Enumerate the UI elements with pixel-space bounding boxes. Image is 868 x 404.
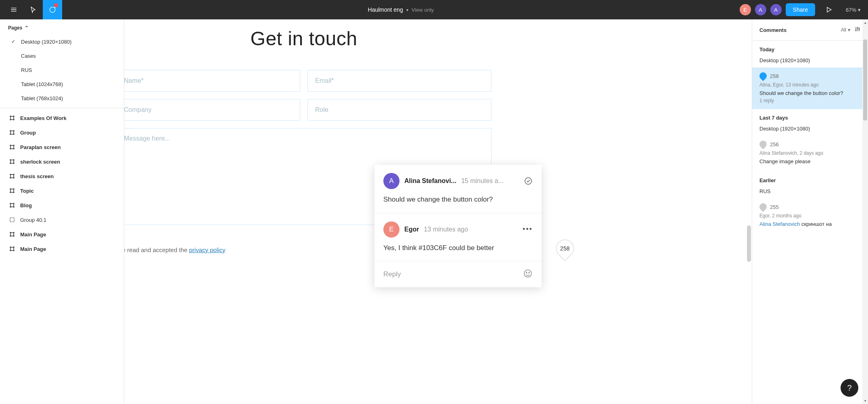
comment-text: Change image please — [759, 158, 861, 164]
share-button[interactable]: Share — [786, 3, 815, 16]
canvas-scrollbar-thumb[interactable] — [747, 225, 751, 262]
comment-body: Should we change the button color? — [383, 195, 533, 205]
section-last7: Last 7 days — [752, 109, 868, 124]
page-item[interactable]: Tablet (1024x768) — [0, 77, 124, 91]
zoom-control[interactable]: 67% ▾ — [843, 7, 864, 13]
svg-point-1 — [525, 178, 532, 185]
name-field[interactable] — [124, 70, 300, 92]
comment-meta: Alina Stefanovich, 2 days ago — [759, 150, 861, 156]
comment-summary[interactable]: 256 Alina Stefanovich, 2 days ago Change… — [752, 136, 868, 172]
scroll-down-icon[interactable]: ▾ — [863, 398, 867, 403]
layer-item[interactable]: Group 40.1 — [0, 213, 124, 227]
form-row — [124, 99, 492, 121]
toolbar-right: E A A Share 67% ▾ — [740, 0, 864, 19]
layer-name: Topic — [20, 188, 34, 194]
resolve-icon[interactable] — [524, 177, 533, 185]
role-field[interactable] — [307, 99, 492, 121]
frame-icon — [9, 158, 15, 165]
email-field[interactable] — [307, 70, 492, 92]
svg-rect-0 — [10, 218, 14, 222]
filter-dropdown[interactable]: All▾ — [841, 27, 850, 33]
chevron-down-icon: ▾ — [858, 7, 861, 13]
help-button[interactable]: ? — [841, 379, 858, 397]
layer-name: thesis screen — [20, 173, 54, 179]
frame-icon — [9, 115, 15, 121]
move-tool-icon[interactable] — [23, 0, 43, 19]
reply-input[interactable] — [383, 270, 523, 278]
comments-tool-icon[interactable] — [43, 0, 62, 19]
comments-header: Comments All▾ — [752, 19, 868, 41]
form-row — [124, 70, 492, 92]
frame-icon — [9, 173, 15, 179]
page-item[interactable]: RUS — [0, 63, 124, 77]
toolbar-center: Haulmont eng ▾ View only — [62, 6, 740, 13]
scroll-up-icon[interactable]: ▴ — [863, 20, 867, 25]
layer-item[interactable]: Blog — [0, 198, 124, 213]
pages-label: Pages — [8, 25, 22, 31]
pages-header[interactable]: Pages ⌃ — [0, 19, 124, 35]
top-toolbar: Haulmont eng ▾ View only E A A Share 67%… — [0, 0, 868, 19]
layer-item[interactable]: sherlock screen — [0, 154, 124, 169]
group-icon — [9, 217, 15, 223]
frame-icon — [9, 231, 15, 238]
layer-item[interactable]: Topic — [0, 183, 124, 198]
page-item[interactable]: Cases — [0, 49, 124, 63]
svg-point-7 — [859, 29, 860, 30]
layer-item[interactable]: Main Page — [0, 227, 124, 242]
layer-name: Main Page — [20, 246, 46, 252]
layer-name: sherlock screen — [20, 159, 60, 165]
layer-name: Group 40.1 — [20, 217, 46, 223]
notification-dot — [54, 3, 58, 7]
comment-summary[interactable]: 258 Alina, Egor, 13 minutes ago Should w… — [752, 67, 868, 109]
comment-thread-popover: A Alina Stefanovi... 15 minutes a... Sho… — [374, 165, 542, 287]
pin-icon — [758, 71, 768, 81]
page-item[interactable]: Tablet (768x1024) — [0, 91, 124, 105]
file-name[interactable]: Haulmont eng — [368, 6, 403, 13]
layer-item[interactable]: Main Page — [0, 242, 124, 256]
pin-number: 258 — [560, 245, 569, 252]
emoji-icon[interactable] — [523, 269, 533, 280]
comment-pin[interactable]: 258 — [552, 236, 577, 261]
frame-icon — [9, 187, 15, 194]
chevron-down-icon: ▾ — [848, 27, 850, 33]
svg-point-4 — [529, 272, 529, 273]
scrollbar-track[interactable]: ▴ ▾ — [862, 19, 868, 404]
reply-row — [374, 261, 542, 287]
hamburger-menu-icon[interactable] — [4, 0, 23, 19]
avatar[interactable]: E — [740, 4, 751, 15]
comment-pin-row: 256 — [759, 141, 861, 148]
settings-icon[interactable] — [854, 26, 861, 34]
page-title: Get in touch — [124, 27, 516, 50]
main-area: Pages ⌃ Desktop (1920×1080) Cases RUS Ta… — [0, 19, 868, 404]
view-only-label: View only — [412, 7, 434, 13]
scrollbar-thumb[interactable] — [863, 40, 867, 120]
right-panel: Comments All▾ Today Desktop (1920×1080) … — [752, 19, 868, 404]
reply-count: 1 reply — [759, 98, 861, 103]
privacy-link[interactable]: privacy policy — [189, 246, 226, 253]
comment-header: E Egor 13 minutes ago ••• — [383, 221, 533, 238]
pages-list: Desktop (1920×1080) Cases RUS Tablet (10… — [0, 35, 124, 105]
frame-icon — [9, 129, 15, 136]
more-options-icon[interactable]: ••• — [523, 225, 533, 234]
company-field[interactable] — [124, 99, 300, 121]
comment-meta: Egor, 2 months ago — [759, 213, 861, 219]
avatar[interactable]: A — [755, 4, 766, 15]
layer-item[interactable]: Paraplan screen — [0, 140, 124, 154]
comment-pin-row: 255 — [759, 203, 861, 210]
mention-link[interactable]: Alina Stefanovich — [759, 221, 800, 227]
pin-number: 255 — [770, 204, 779, 210]
avatar[interactable]: A — [770, 4, 782, 15]
frame-icon — [9, 202, 15, 208]
layer-item[interactable]: Examples Of Work — [0, 111, 124, 125]
canvas[interactable]: Get in touch I've read and accepted the … — [124, 19, 752, 404]
layer-item[interactable]: Group — [0, 125, 124, 140]
present-icon[interactable] — [819, 0, 839, 19]
chevron-down-icon[interactable]: ▾ — [406, 8, 408, 12]
avatar: E — [383, 221, 399, 238]
layer-item[interactable]: thesis screen — [0, 169, 124, 183]
layers-list: Examples Of Work Group Paraplan screen s… — [0, 111, 124, 256]
comment-pin-row: 258 — [759, 72, 861, 80]
comment-summary[interactable]: 255 Egor, 2 months ago Alina Stefanovich… — [752, 198, 868, 234]
page-item[interactable]: Desktop (1920×1080) — [0, 35, 124, 49]
zoom-value: 67% — [846, 7, 856, 13]
